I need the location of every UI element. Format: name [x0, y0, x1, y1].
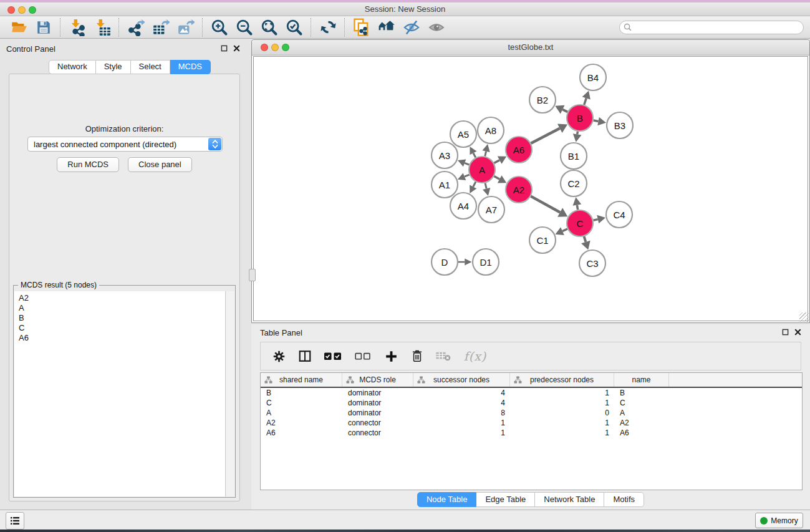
tab-network-table[interactable]: Network Table — [535, 492, 604, 507]
graph-edge-C-C2[interactable] — [577, 205, 577, 210]
resize-grip-icon[interactable] — [799, 312, 809, 322]
mcds-result-list[interactable]: A2ABCA6 — [14, 291, 226, 496]
task-history-button[interactable] — [6, 512, 24, 530]
graph-edge-A-A1[interactable] — [465, 175, 470, 177]
tab-mcds[interactable]: MCDS — [170, 60, 211, 74]
column-header-shared-name[interactable]: shared name — [261, 373, 342, 387]
graph-edge-A-A2[interactable] — [494, 176, 499, 179]
cell-successor-nodes: 8 — [413, 408, 510, 418]
graph-edge-B-B1[interactable] — [577, 132, 578, 135]
export-network-button[interactable] — [123, 17, 148, 37]
function-builder-button[interactable]: f(x) — [461, 348, 489, 364]
delete-column-button[interactable] — [409, 348, 425, 364]
zoom-out-button[interactable] — [232, 17, 257, 37]
table-mode-button[interactable] — [271, 348, 287, 364]
graph-arrowhead — [483, 188, 490, 196]
tab-select[interactable]: Select — [131, 60, 170, 74]
export-network-icon — [127, 19, 145, 36]
result-item[interactable]: A — [19, 303, 225, 313]
graph-edge-A-A3[interactable] — [465, 163, 469, 165]
column-header-successor-nodes[interactable]: successor nodes — [413, 373, 510, 387]
graph-edge-A-A6[interactable] — [494, 160, 499, 163]
optimization-criterion-dropdown[interactable]: largest connected component (directed) — [27, 137, 223, 152]
graph-edge-A-A7[interactable] — [485, 183, 486, 188]
node-table: shared nameMCDS rolesuccessor nodesprede… — [260, 372, 803, 490]
apply-layout-button[interactable] — [316, 17, 340, 37]
deselect-all-button[interactable] — [353, 348, 373, 364]
result-item[interactable]: A2 — [19, 293, 225, 303]
cell-successor-nodes: 4 — [413, 388, 510, 398]
float-panel-icon[interactable] — [782, 329, 789, 336]
add-column-button[interactable] — [383, 348, 399, 364]
import-table-button[interactable] — [90, 17, 115, 37]
memory-button[interactable]: Memory — [755, 513, 803, 528]
search-field-container — [619, 21, 804, 34]
select-all-icon — [324, 351, 342, 361]
cell-shared-name: A6 — [261, 428, 342, 438]
show-all-button[interactable] — [424, 17, 449, 37]
import-network-button[interactable] — [65, 17, 90, 37]
tab-node-table[interactable]: Node Table — [417, 492, 477, 507]
column-header-predecessor-nodes[interactable]: predecessor nodes — [510, 373, 614, 387]
table-row[interactable]: Cdominator41C — [261, 398, 802, 408]
graph-arrowhead — [597, 117, 606, 126]
graph-edge-B-B3[interactable] — [594, 120, 599, 121]
search-input[interactable] — [619, 21, 804, 34]
graph-edge-A-A8[interactable] — [485, 152, 486, 157]
export-table-button[interactable] — [148, 17, 173, 37]
cell-predecessor-nodes: 1 — [510, 418, 614, 428]
tab-network[interactable]: Network — [49, 60, 96, 74]
graph-node-label: A3 — [439, 150, 450, 161]
table-row[interactable]: Adominator80A — [261, 408, 802, 418]
graph-edge-B-B2[interactable] — [562, 110, 567, 112]
result-item[interactable]: B — [19, 313, 225, 323]
column-header-name[interactable]: name — [614, 373, 669, 387]
graph-edge-A6-B[interactable] — [531, 128, 560, 143]
close-panel-button[interactable]: Close panel — [128, 157, 192, 172]
new-network-from-selection-button[interactable] — [349, 17, 374, 37]
table-row[interactable]: A2connector11A2 — [261, 418, 802, 428]
select-all-button[interactable] — [323, 348, 343, 364]
graph-edge-C-C1[interactable] — [562, 229, 567, 231]
cell-shared-name: B — [261, 388, 342, 398]
tab-edge-table[interactable]: Edge Table — [476, 492, 535, 507]
column-header-MCDS-role[interactable]: MCDS role — [342, 373, 413, 387]
graph-node-label: A8 — [485, 125, 496, 136]
result-item[interactable]: C — [19, 323, 225, 333]
tab-style[interactable]: Style — [96, 60, 131, 74]
control-panel-tabs: NetworkStyleSelectMCDS — [49, 60, 211, 74]
close-panel-icon[interactable] — [233, 45, 240, 52]
network-canvas[interactable]: B4B2BB3A5A8A6A3B1AA1C2A2A4A7CC4C1C3DD1 — [253, 56, 808, 321]
float-panel-icon[interactable] — [221, 45, 228, 52]
mcds-result-box: MCDS result (5 nodes) A2ABCA6 — [13, 285, 236, 498]
tab-motifs[interactable]: Motifs — [604, 492, 644, 507]
zoom-fit-button[interactable] — [257, 17, 282, 37]
close-panel-icon[interactable] — [794, 329, 801, 336]
open-session-button[interactable] — [6, 17, 31, 37]
export-image-icon — [177, 19, 195, 36]
delete-table-button[interactable] — [435, 348, 451, 364]
table-row[interactable]: Bdominator41B — [261, 388, 802, 398]
toolbar-separator — [311, 18, 312, 37]
import-table-icon — [94, 19, 111, 36]
run-mcds-button[interactable]: Run MCDS — [57, 157, 119, 172]
hide-selected-button[interactable] — [399, 17, 424, 37]
graph-edge-B-B4[interactable] — [584, 98, 586, 105]
result-item[interactable]: A6 — [19, 333, 225, 343]
graph-edge-C-C4[interactable] — [593, 220, 597, 221]
first-neighbors-button[interactable] — [374, 17, 399, 37]
network-window-titlebar[interactable]: testGlobe.txt — [252, 40, 809, 56]
graph-edge-A-A4[interactable] — [473, 182, 476, 187]
table-row[interactable]: A6connector11A6 — [261, 428, 802, 438]
show-columns-button[interactable] — [297, 348, 313, 364]
export-image-button[interactable] — [173, 17, 198, 37]
graph-edge-C-C3[interactable] — [584, 236, 586, 242]
result-scrollbar[interactable] — [226, 291, 234, 496]
graph-edge-A-A5[interactable] — [473, 153, 476, 157]
zoom-in-button[interactable] — [207, 17, 232, 37]
zoom-selected-button[interactable] — [282, 17, 307, 37]
graph-edge-A2-C[interactable] — [531, 196, 560, 213]
splitter-grip[interactable] — [249, 269, 256, 281]
graph-arrowhead — [465, 258, 471, 265]
save-session-button[interactable] — [31, 17, 56, 37]
